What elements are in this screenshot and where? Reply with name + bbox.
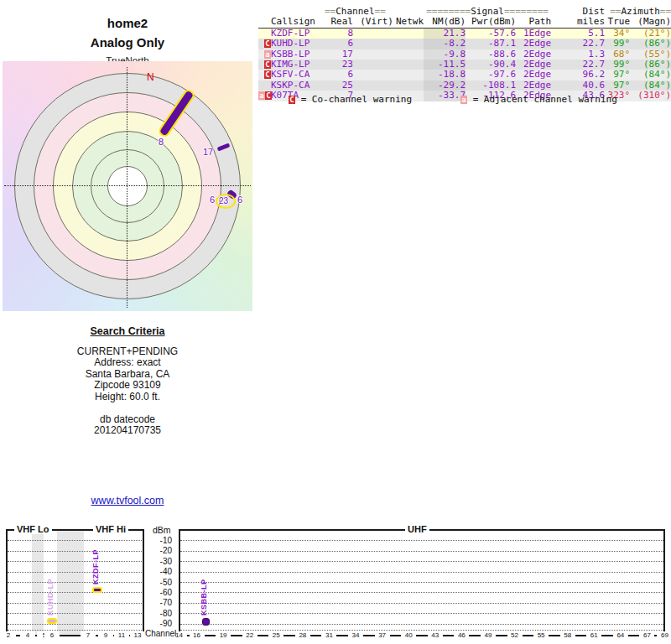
channel-tick-label: 43: [428, 631, 443, 639]
spectrum-marker: [202, 618, 210, 626]
gridline: [8, 561, 142, 562]
gridline: [180, 603, 663, 604]
channel-tick-label: 61: [586, 631, 601, 639]
vhf-panel: [6, 529, 144, 636]
channel-tick-label: 6: [44, 631, 60, 639]
channel-tick-label: 46: [454, 631, 469, 639]
channel-tick-label: 34: [348, 631, 363, 639]
channel-tick-label: 31: [321, 631, 336, 639]
gridline: [180, 540, 663, 541]
channel-tick-label: 22: [242, 631, 257, 639]
channel-tick-label: 2: [1, 631, 16, 639]
gridline: [180, 561, 663, 562]
gridline: [8, 613, 142, 614]
channel-tick-label: 11: [114, 631, 129, 639]
gridline: [180, 592, 663, 593]
spectrum-marker: [92, 587, 102, 593]
gridline: [8, 540, 142, 541]
uhf-label: UHF: [405, 524, 429, 534]
uhf-panel: [179, 529, 665, 636]
gridline: [8, 551, 142, 552]
dbm-tick-label: -90: [148, 619, 172, 628]
gridline: [180, 551, 663, 552]
spectrum-marker: [47, 618, 57, 624]
spectrum-marker-label: KUHD-LP: [46, 577, 56, 615]
channel-tick-label: 69: [657, 631, 671, 639]
gridline: [180, 624, 663, 625]
dbm-tick-label: -30: [148, 557, 172, 566]
channel-tick-label: 7: [81, 631, 96, 639]
dbm-tick-label: -80: [148, 609, 172, 618]
channel-tick-label: 55: [533, 631, 549, 639]
channel-tick-label: 28: [295, 631, 310, 639]
channel-tick-label: 52: [507, 631, 523, 639]
channel-tick-label: 40: [401, 631, 416, 639]
dbm-tick-label: -10: [148, 536, 172, 545]
gridline: [8, 572, 142, 573]
gridline: [8, 603, 142, 604]
spectrum-marker-label: KZDF-LP: [91, 546, 101, 584]
dbm-tick-label: -70: [148, 598, 172, 607]
channel-tick-label: 58: [560, 631, 575, 639]
vhf-hi-label: VHF Hi: [93, 524, 128, 534]
gridline: [180, 613, 663, 614]
spectrum-marker-label: KSBB-LP: [200, 577, 210, 615]
dbm-tick-label: -50: [148, 578, 172, 587]
dbm-tick-label: -40: [148, 567, 172, 576]
channel-tick-label: 49: [481, 631, 496, 639]
dbm-tick-label: -60: [148, 588, 172, 597]
channel-tick-label: 67: [639, 631, 654, 639]
gridline: [8, 630, 142, 631]
channel-tick-label: 19: [216, 631, 231, 639]
gridline: [8, 592, 142, 593]
channel-tick-label: 9: [98, 631, 113, 639]
channel-tick-label: 64: [613, 631, 628, 639]
dbm-tick-label: -20: [148, 546, 172, 555]
vhf-lo-label: VHF Lo: [14, 524, 52, 534]
dbm-axis-label: dBm: [153, 525, 171, 535]
gridline: [180, 582, 663, 583]
channel-axis-label: Channel: [145, 629, 176, 638]
gridline: [8, 582, 142, 583]
channel-tick-label: 25: [268, 631, 283, 639]
channel-tick-label: 13: [130, 631, 145, 639]
gridline: [8, 624, 142, 625]
tvfool-report-page: { "polar": { "title": "home2", "subtitle…: [0, 0, 671, 644]
channel-tick-label: 4: [20, 631, 35, 639]
channel-tick-label: 37: [375, 631, 390, 639]
gridline: [180, 630, 663, 631]
gridline: [180, 572, 663, 573]
channel-tick-label: 16: [190, 631, 205, 639]
spectrum-chart: -10-20-30-40-50-60-70-80-902456791113141…: [0, 0, 671, 644]
